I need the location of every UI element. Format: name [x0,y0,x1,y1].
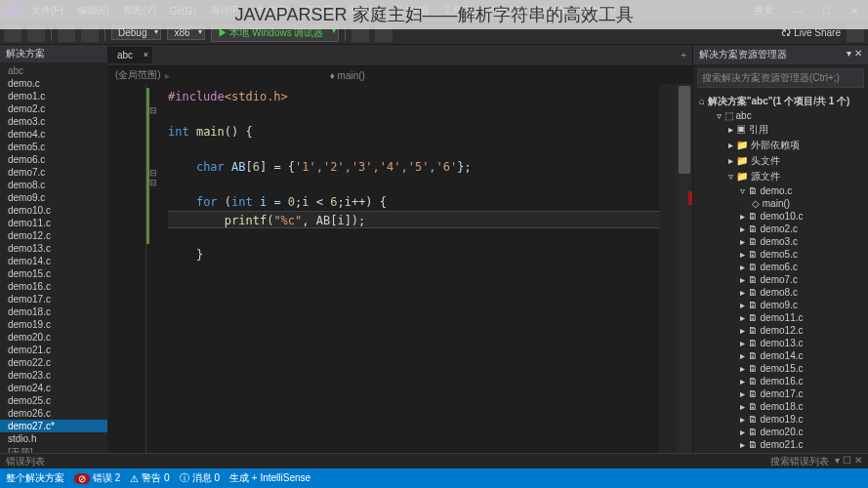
file-item[interactable]: demo1.c [0,90,107,102]
file-item[interactable]: demo.c [0,77,107,90]
gutter [107,84,146,453]
overlay-watermark-title: JAVAPARSER 家庭主妇——解析字符串的高效工具 [0,0,868,29]
file-item[interactable]: demo14.c [0,255,107,267]
folder-headers[interactable]: ▸ 📁 头文件 [693,153,868,169]
file-item[interactable]: demo7.c [0,166,107,179]
file-item[interactable]: demo12.c [0,229,107,242]
source-file[interactable]: ▸ 🗎 demo21.c [693,438,868,451]
source-file[interactable]: ▸ 🗎 demo6.c [693,261,868,273]
file-item[interactable]: demo27.c* [0,420,107,432]
source-file[interactable]: ▸ 🗎 demo23.c [693,451,868,453]
file-item[interactable]: demo3.c [0,115,107,128]
editor-area: abc× + (全局范围) ▸ ♦ main() ⊟ ⊟ ⊟ #include<… [107,45,692,453]
file-item[interactable]: demo2.c [0,102,107,115]
error-marker-icon[interactable] [688,191,692,205]
tab-add-icon[interactable]: + [675,50,692,61]
source-file[interactable]: ▸ 🗎 demo9.c [693,299,868,311]
folder-external[interactable]: ▸ 📁 外部依赖项 [693,138,868,153]
tab-close-icon[interactable]: × [144,50,148,60]
fold-indicator-bar[interactable]: ⊟ ⊟ ⊟ [146,84,160,453]
status-messages[interactable]: ⓘ 消息 0 [180,471,220,485]
folder-sources[interactable]: ▿ 📁 源文件 [693,169,868,184]
status-build[interactable]: 生成 + IntelliSense [229,471,310,485]
left-sidebar: 解决方案 abcdemo.cdemo1.cdemo2.cdemo3.cdemo4… [0,45,107,453]
editor-vscrollbar[interactable] [677,84,692,453]
error-list-search[interactable]: 搜索错误列表 [770,455,829,468]
status-errors[interactable]: ⊘ 错误 2 [74,471,120,485]
file-item[interactable]: demo26.c [0,407,107,420]
file-item[interactable]: demo22.c [0,356,107,369]
file-item[interactable]: demo4.c [0,128,107,141]
source-file[interactable]: ▸ 🗎 demo13.c [693,337,868,349]
source-file[interactable]: ▸ 🗎 demo19.c [693,413,868,426]
breadcrumb-func[interactable]: ♦ main() [330,70,365,81]
source-file[interactable]: ▿ 🗎 demo.c [693,184,868,197]
file-item[interactable]: demo17.c [0,293,107,305]
source-file[interactable]: ▸ 🗎 demo15.c [693,362,868,375]
source-file[interactable]: ▸ 🗎 demo20.c [693,426,868,438]
file-item[interactable]: demo19.c [0,318,107,331]
solution-explorer-title: 解决方案资源管理器 [699,48,787,61]
code-editor[interactable]: ⊟ ⊟ ⊟ #include<stdio.h> int main() { cha… [107,84,692,453]
status-scope[interactable]: 整个解决方案 [6,471,64,485]
left-panel-title: 解决方案 [0,45,107,62]
file-item[interactable]: abc [0,64,107,77]
project-node[interactable]: ▿ ⬚ abc [693,109,868,122]
file-item[interactable]: demo25.c [0,394,107,407]
file-item[interactable]: demo24.c [0,382,107,394]
editor-tab-bar: abc× + [107,45,692,66]
status-bar: 整个解决方案 ⊘ 错误 2 ⚠ 警告 0 ⓘ 消息 0 生成 + Intelli… [0,468,868,488]
source-file[interactable]: ▸ 🗎 demo8.c [693,286,868,299]
source-file[interactable]: ▸ 🗎 demo12.c [693,324,868,337]
file-item[interactable]: demo9.c [0,191,107,204]
file-item[interactable]: demo16.c [0,280,107,293]
source-file[interactable]: ▸ 🗎 demo3.c [693,235,868,248]
source-file[interactable]: ▸ 🗎 demo5.c [693,248,868,261]
code-content[interactable]: #include<stdio.h> int main() { char AB[6… [160,84,659,453]
solution-node[interactable]: ⌂ 解决方案"abc"(1 个项目/共 1 个) [693,94,868,109]
file-item[interactable]: demo15.c [0,267,107,280]
file-item[interactable]: demo23.c [0,369,107,382]
error-list-tab[interactable]: 错误列表 [6,455,45,468]
file-section-header: [无题] [0,445,107,453]
file-item[interactable]: demo5.c [0,141,107,153]
breadcrumb-scope[interactable]: (全局范围) [115,68,161,82]
file-item[interactable]: demo20.c [0,331,107,344]
source-file[interactable]: ▸ 🗎 demo18.c [693,400,868,413]
source-file[interactable]: ▸ 🗎 demo17.c [693,387,868,400]
panel-pin-icon[interactable]: ▾ ✕ [847,48,862,61]
file-item[interactable]: demo11.c [0,217,107,229]
solution-tree[interactable]: ⌂ 解决方案"abc"(1 个项目/共 1 个)▿ ⬚ abc▸ ▣ 引用▸ 📁… [693,92,868,453]
editor-tab-abc[interactable]: abc× [107,47,153,63]
file-item[interactable]: stdio.h [0,432,107,445]
solution-search-input[interactable]: 搜索解决方案资源管理器(Ctrl+;) [697,68,864,88]
source-file[interactable]: ▸ 🗎 demo14.c [693,349,868,362]
file-item[interactable]: demo18.c [0,305,107,318]
file-item[interactable]: demo6.c [0,153,107,166]
status-warnings[interactable]: ⚠ 警告 0 [130,471,169,485]
file-item[interactable]: demo13.c [0,242,107,255]
file-item[interactable]: demo21.c [0,344,107,356]
panel-pin2-icon[interactable]: ▾ ☐ ✕ [835,455,862,468]
folder-refs[interactable]: ▸ ▣ 引用 [693,122,868,138]
minimap[interactable] [659,84,677,453]
bottom-output-panel: 错误列表 搜索错误列表 ▾ ☐ ✕ [0,453,868,468]
file-list[interactable]: abcdemo.cdemo1.cdemo2.cdemo3.cdemo4.cdem… [0,62,107,453]
func-node[interactable]: ◇ main() [693,197,868,210]
file-item[interactable]: demo8.c [0,179,107,191]
source-file[interactable]: ▸ 🗎 demo11.c [693,311,868,324]
breadcrumb[interactable]: (全局范围) ▸ ♦ main() [107,66,692,84]
file-item[interactable]: demo10.c [0,204,107,217]
source-file[interactable]: ▸ 🗎 demo2.c [693,223,868,235]
solution-explorer: 解决方案资源管理器 ▾ ✕ 搜索解决方案资源管理器(Ctrl+;) ⌂ 解决方案… [692,45,868,453]
source-file[interactable]: ▸ 🗎 demo16.c [693,375,868,387]
source-file[interactable]: ▸ 🗎 demo10.c [693,210,868,223]
source-file[interactable]: ▸ 🗎 demo7.c [693,273,868,286]
